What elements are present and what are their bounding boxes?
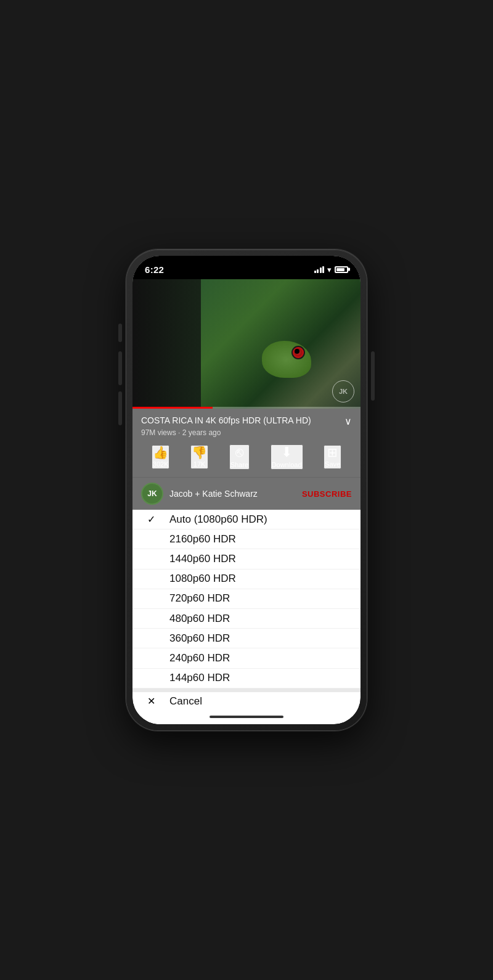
quality-label-240p60: 240p60 HDR <box>169 652 230 664</box>
share-label: Share <box>230 461 248 468</box>
home-bar[interactable] <box>210 716 283 718</box>
like-count: 302K <box>153 460 169 468</box>
cancel-option[interactable]: ✕ Cancel <box>132 688 361 711</box>
phone-frame: 6:22 ▾ <box>126 250 367 730</box>
quality-option-1080p60[interactable]: 1080p60 HDR <box>132 570 361 589</box>
quality-option-480p60[interactable]: 480p60 HDR <box>132 609 361 629</box>
save-label: Save <box>325 460 340 468</box>
signal-bar-2 <box>317 269 319 273</box>
quality-label-1080p60: 1080p60 HDR <box>169 573 236 585</box>
frog-scene <box>132 279 361 409</box>
quality-label-auto: Auto (1080p60 HDR) <box>169 513 267 526</box>
quality-label-144p60: 144p60 HDR <box>169 672 230 684</box>
quality-label-1440p60: 1440p60 HDR <box>169 553 236 565</box>
quality-option-720p60[interactable]: 720p60 HDR <box>132 589 361 609</box>
quality-label-2160p60: 2160p60 HDR <box>169 533 236 545</box>
mute-button[interactable] <box>118 324 122 342</box>
status-time: 6:22 <box>145 264 164 275</box>
quality-label-720p60: 720p60 HDR <box>169 592 230 605</box>
app-screen: 6:22 ▾ <box>132 256 361 724</box>
wifi-icon: ▾ <box>327 265 332 274</box>
frog-eye <box>291 346 305 359</box>
notch <box>206 256 287 273</box>
signal-bar-1 <box>314 271 316 273</box>
channel-name[interactable]: Jacob + Katie Schwarz <box>169 489 296 499</box>
channel-row: JK Jacob + Katie Schwarz SUBSCRIBE <box>132 477 361 510</box>
video-progress-fill <box>132 407 213 409</box>
download-icon: ⬇ <box>281 446 292 459</box>
like-button[interactable]: 👍 302K <box>152 445 170 469</box>
video-meta: 97M views · 2 years ago <box>141 428 352 437</box>
action-row: 👍 302K 👎 17K ⎋ Share ⬇ Download <box>141 442 352 472</box>
quality-option-2160p60[interactable]: 2160p60 HDR <box>132 529 361 549</box>
expand-icon[interactable]: ∨ <box>344 415 352 427</box>
power-button[interactable] <box>371 351 375 401</box>
share-icon: ⎋ <box>235 446 243 459</box>
volume-up-button[interactable] <box>118 351 122 385</box>
video-title: COSTA RICA IN 4K 60fps HDR (ULTRA HD) <box>141 415 340 426</box>
status-icons: ▾ <box>314 265 349 274</box>
signal-bar-3 <box>320 267 322 273</box>
share-button[interactable]: ⎋ Share <box>229 444 250 470</box>
quality-label-360p60: 360p60 HDR <box>169 632 230 645</box>
signal-bar-4 <box>322 266 324 273</box>
video-progress-bar[interactable] <box>132 407 361 409</box>
cancel-label: Cancel <box>169 695 202 708</box>
video-thumbnail[interactable]: JK <box>132 279 361 409</box>
quality-option-auto[interactable]: ✓ Auto (1080p60 HDR) <box>132 510 361 529</box>
phone-screen: 6:22 ▾ <box>132 256 361 724</box>
frog-head <box>262 341 311 378</box>
dislike-count: 17K <box>194 460 206 468</box>
quality-option-144p60[interactable]: 144p60 HDR <box>132 669 361 688</box>
download-button[interactable]: ⬇ Download <box>271 444 303 470</box>
quality-sheet: ✓ Auto (1080p60 HDR) 2160p60 HDR 1440p60… <box>132 510 361 711</box>
home-indicator <box>132 711 361 724</box>
dislike-icon: 👎 <box>192 446 207 459</box>
battery-fill <box>336 268 344 271</box>
download-label: Download <box>272 461 302 468</box>
quality-option-360p60[interactable]: 360p60 HDR <box>132 629 361 648</box>
quality-option-240p60[interactable]: 240p60 HDR <box>132 648 361 668</box>
status-bar: 6:22 ▾ <box>132 256 361 279</box>
channel-avatar[interactable]: JK <box>141 483 163 505</box>
video-title-row: COSTA RICA IN 4K 60fps HDR (ULTRA HD) ∨ <box>141 415 352 427</box>
quality-option-1440p60[interactable]: 1440p60 HDR <box>132 549 361 569</box>
battery-icon <box>335 266 348 273</box>
quality-label-480p60: 480p60 HDR <box>169 613 230 625</box>
selected-check-icon: ✓ <box>145 513 157 525</box>
channel-watermark: JK <box>332 380 354 402</box>
save-button[interactable]: ⊞ Save <box>324 445 341 469</box>
signal-icon <box>314 266 325 273</box>
cancel-icon: ✕ <box>145 695 157 707</box>
save-icon: ⊞ <box>327 446 338 459</box>
video-background: JK <box>132 279 361 409</box>
frog-body <box>250 341 324 396</box>
subscribe-button[interactable]: SUBSCRIBE <box>302 489 352 499</box>
video-info-panel: COSTA RICA IN 4K 60fps HDR (ULTRA HD) ∨ … <box>132 409 361 477</box>
volume-down-button[interactable] <box>118 391 122 425</box>
dislike-button[interactable]: 👎 17K <box>190 445 208 469</box>
like-icon: 👍 <box>153 446 168 459</box>
